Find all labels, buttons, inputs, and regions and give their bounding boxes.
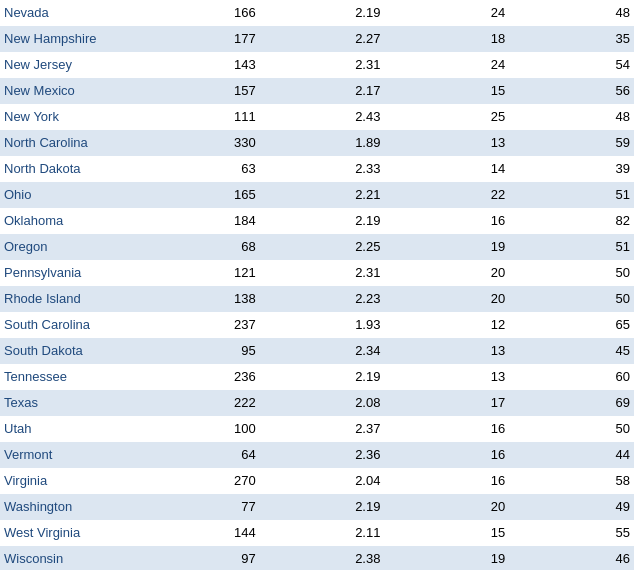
col5-value: 51 [509, 182, 634, 208]
col2-value: 165 [135, 182, 260, 208]
col3-value: 2.31 [260, 52, 385, 78]
table-row: Washington 77 2.19 20 49 [0, 494, 634, 520]
col5-value: 54 [509, 52, 634, 78]
state-name: New Hampshire [0, 26, 135, 52]
col3-value: 2.08 [260, 390, 385, 416]
col4-value: 22 [384, 182, 509, 208]
col4-value: 16 [384, 416, 509, 442]
col2-value: 64 [135, 442, 260, 468]
col4-value: 20 [384, 260, 509, 286]
state-name: Pennsylvania [0, 260, 135, 286]
col4-value: 13 [384, 364, 509, 390]
col3-value: 2.23 [260, 286, 385, 312]
col5-value: 50 [509, 286, 634, 312]
table-row: West Virginia 144 2.11 15 55 [0, 520, 634, 546]
state-name: Ohio [0, 182, 135, 208]
col5-value: 45 [509, 338, 634, 364]
col2-value: 138 [135, 286, 260, 312]
table-row: New Mexico 157 2.17 15 56 [0, 78, 634, 104]
col4-value: 19 [384, 546, 509, 570]
table-row: South Carolina 237 1.93 12 65 [0, 312, 634, 338]
table-row: New Jersey 143 2.31 24 54 [0, 52, 634, 78]
col2-value: 184 [135, 208, 260, 234]
state-name: Texas [0, 390, 135, 416]
col4-value: 13 [384, 130, 509, 156]
col4-value: 25 [384, 104, 509, 130]
col3-value: 2.17 [260, 78, 385, 104]
col2-value: 143 [135, 52, 260, 78]
col5-value: 39 [509, 156, 634, 182]
col5-value: 69 [509, 390, 634, 416]
table-row: Oklahoma 184 2.19 16 82 [0, 208, 634, 234]
state-name: North Dakota [0, 156, 135, 182]
state-name: Vermont [0, 442, 135, 468]
col3-value: 2.25 [260, 234, 385, 260]
table-row: Wisconsin 97 2.38 19 46 [0, 546, 634, 570]
col2-value: 237 [135, 312, 260, 338]
col4-value: 17 [384, 390, 509, 416]
state-name: Rhode Island [0, 286, 135, 312]
state-name: Tennessee [0, 364, 135, 390]
col5-value: 59 [509, 130, 634, 156]
col2-value: 63 [135, 156, 260, 182]
col4-value: 12 [384, 312, 509, 338]
col3-value: 1.93 [260, 312, 385, 338]
col5-value: 49 [509, 494, 634, 520]
col4-value: 19 [384, 234, 509, 260]
table-row: Vermont 64 2.36 16 44 [0, 442, 634, 468]
table-row: New Hampshire 177 2.27 18 35 [0, 26, 634, 52]
col2-value: 77 [135, 494, 260, 520]
state-name: South Carolina [0, 312, 135, 338]
col4-value: 24 [384, 0, 509, 26]
table-row: Utah 100 2.37 16 50 [0, 416, 634, 442]
col2-value: 270 [135, 468, 260, 494]
col2-value: 222 [135, 390, 260, 416]
col5-value: 35 [509, 26, 634, 52]
col4-value: 16 [384, 468, 509, 494]
state-name: North Carolina [0, 130, 135, 156]
col5-value: 44 [509, 442, 634, 468]
table-row: Virginia 270 2.04 16 58 [0, 468, 634, 494]
data-table: Nevada 166 2.19 24 48 New Hampshire 177 … [0, 0, 634, 570]
col2-value: 177 [135, 26, 260, 52]
state-name: Oklahoma [0, 208, 135, 234]
col3-value: 2.04 [260, 468, 385, 494]
col2-value: 236 [135, 364, 260, 390]
col2-value: 97 [135, 546, 260, 570]
state-name: Washington [0, 494, 135, 520]
col3-value: 2.11 [260, 520, 385, 546]
col3-value: 2.21 [260, 182, 385, 208]
col3-value: 2.37 [260, 416, 385, 442]
col4-value: 15 [384, 78, 509, 104]
col4-value: 13 [384, 338, 509, 364]
table-row: Oregon 68 2.25 19 51 [0, 234, 634, 260]
col3-value: 2.33 [260, 156, 385, 182]
col5-value: 50 [509, 260, 634, 286]
col5-value: 82 [509, 208, 634, 234]
col3-value: 2.19 [260, 208, 385, 234]
state-name: Wisconsin [0, 546, 135, 570]
table-row: South Dakota 95 2.34 13 45 [0, 338, 634, 364]
col4-value: 20 [384, 494, 509, 520]
col2-value: 95 [135, 338, 260, 364]
state-name: New York [0, 104, 135, 130]
col5-value: 50 [509, 416, 634, 442]
col3-value: 2.19 [260, 0, 385, 26]
col4-value: 16 [384, 208, 509, 234]
table-row: North Carolina 330 1.89 13 59 [0, 130, 634, 156]
state-name: New Mexico [0, 78, 135, 104]
col5-value: 56 [509, 78, 634, 104]
state-name: West Virginia [0, 520, 135, 546]
state-name: Oregon [0, 234, 135, 260]
col4-value: 20 [384, 286, 509, 312]
state-name: Virginia [0, 468, 135, 494]
col5-value: 65 [509, 312, 634, 338]
table-row: Texas 222 2.08 17 69 [0, 390, 634, 416]
table-row: Nevada 166 2.19 24 48 [0, 0, 634, 26]
col3-value: 2.36 [260, 442, 385, 468]
col2-value: 330 [135, 130, 260, 156]
col2-value: 157 [135, 78, 260, 104]
col2-value: 68 [135, 234, 260, 260]
state-name: Utah [0, 416, 135, 442]
col5-value: 46 [509, 546, 634, 570]
